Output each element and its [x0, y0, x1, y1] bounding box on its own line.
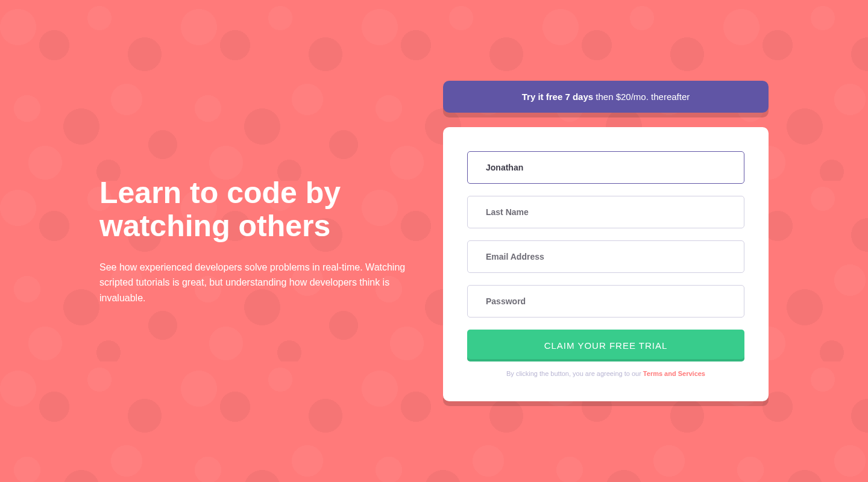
trial-banner[interactable]: Try it free 7 days then $20/mo. thereaft… — [443, 81, 769, 113]
hero-section: Learn to code by watching others See how… — [99, 177, 416, 306]
password-input[interactable] — [467, 285, 744, 318]
signup-column: Try it free 7 days then $20/mo. thereaft… — [443, 81, 769, 401]
terms-text: By clicking the button, you are agreeing… — [467, 370, 744, 377]
last-name-input[interactable] — [467, 196, 744, 228]
terms-link[interactable]: Terms and Services — [643, 370, 705, 377]
hero-description: See how experienced developers solve pro… — [99, 260, 416, 306]
email-input[interactable] — [467, 240, 744, 273]
hero-title: Learn to code by watching others — [99, 177, 416, 243]
terms-prefix: By clicking the button, you are agreeing… — [506, 370, 643, 377]
signup-form: CLAIM YOUR FREE TRIAL By clicking the bu… — [443, 127, 769, 401]
trial-banner-bold: Try it free 7 days — [522, 92, 593, 102]
first-name-input[interactable] — [467, 151, 744, 184]
trial-banner-rest: then $20/mo. thereafter — [593, 92, 690, 102]
submit-button[interactable]: CLAIM YOUR FREE TRIAL — [467, 330, 744, 362]
